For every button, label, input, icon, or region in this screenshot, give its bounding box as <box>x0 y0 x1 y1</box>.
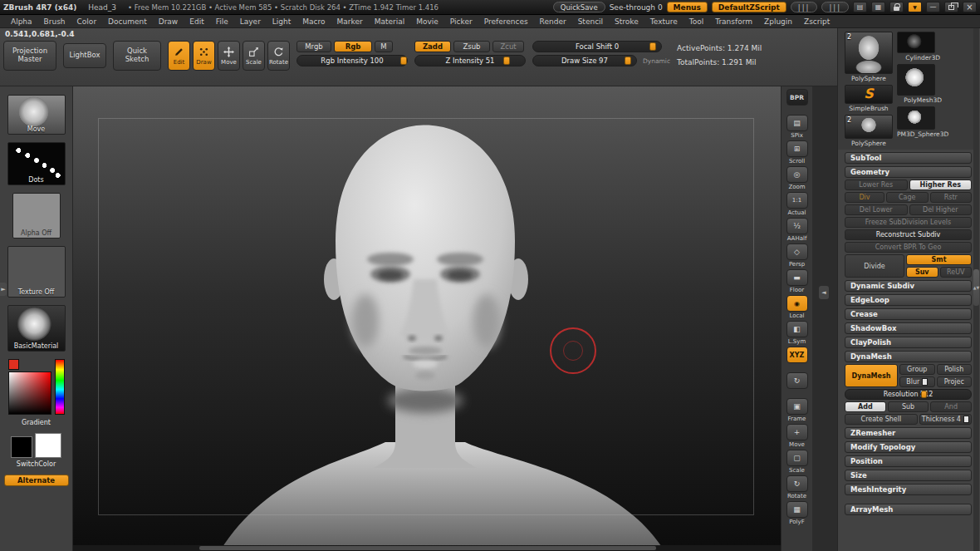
move-view-button[interactable]: + Move <box>786 424 808 448</box>
menu-item[interactable]: Marker <box>331 17 369 26</box>
smt-button[interactable]: Smt <box>906 254 972 265</box>
scale-view-button[interactable]: ▢ Scale <box>786 450 808 474</box>
dynamesh-button[interactable]: DynaMesh <box>845 364 898 387</box>
suv-button[interactable]: Suv <box>906 267 938 278</box>
scroll-button[interactable]: ⊞ Scroll <box>786 140 808 165</box>
menu-item[interactable]: Color <box>71 17 103 26</box>
menu-item[interactable]: Document <box>102 17 153 26</box>
lock-button[interactable] <box>889 2 904 12</box>
del-higher-button[interactable]: Del Higher <box>909 204 973 215</box>
polyframe-button[interactable]: ▦ PolyF <box>786 501 808 525</box>
m-button[interactable]: M <box>375 41 393 52</box>
rotate-mode-button[interactable]: Rotate <box>267 41 290 71</box>
create-shell-button[interactable]: Create Shell <box>845 414 918 425</box>
zadd-button[interactable]: Zadd <box>414 41 451 52</box>
color-picker[interactable] <box>7 359 66 417</box>
dock-bars-icon[interactable]: ||| <box>791 2 818 12</box>
see-through-slider[interactable]: See-through 0 <box>610 3 663 12</box>
collapse-button[interactable]: ▼ <box>908 2 922 12</box>
gyro-button[interactable]: ↻ <box>786 372 808 396</box>
pm3d-sphere3d-thumbnail[interactable] <box>897 106 935 130</box>
modify-topology-header[interactable]: Modify Topology <box>845 441 972 453</box>
mrgb-button[interactable]: Mrgb <box>296 41 331 52</box>
polish-button[interactable]: Polish <box>937 364 973 375</box>
thickness-slider[interactable]: Thickness 4 <box>919 414 972 425</box>
menu-item[interactable]: Zplugin <box>758 17 798 26</box>
primary-color-swatch[interactable] <box>35 433 61 458</box>
polymesh3d-thumbnail[interactable] <box>897 64 935 96</box>
xyz-button[interactable]: XYZ <box>786 347 808 371</box>
hue-strip[interactable] <box>55 359 65 415</box>
restore-button[interactable] <box>944 2 958 12</box>
close-button[interactable]: × <box>963 2 977 12</box>
meshintegrity-header[interactable]: MeshIntegrity <box>845 484 972 495</box>
convert-bpr-button[interactable]: Convert BPR To Geo <box>845 242 972 253</box>
menu-item[interactable]: Movie <box>410 17 444 26</box>
menu-item[interactable]: Texture <box>644 17 684 26</box>
shadowbox-header[interactable]: ShadowBox <box>845 322 972 334</box>
geometry-header[interactable]: Geometry <box>845 166 972 178</box>
freeze-subdivision-button[interactable]: Freeze SubDivision Levels <box>845 217 972 228</box>
minimize-button[interactable]: — <box>926 2 940 12</box>
add-button[interactable]: Add <box>845 401 886 412</box>
group-button[interactable]: Group <box>899 364 935 375</box>
menu-item[interactable]: Zscript <box>798 17 835 26</box>
crease-header[interactable]: Crease <box>845 308 972 320</box>
reconstruct-subdiv-button[interactable]: Reconstruct Subdiv <box>845 229 972 240</box>
and-button[interactable]: And <box>930 401 972 412</box>
alpha-selector[interactable]: Alpha Off <box>12 193 61 239</box>
local-button[interactable]: ◉ Local <box>786 295 808 319</box>
menus-button[interactable]: Menus <box>667 2 708 12</box>
draw-mode-button[interactable]: Draw <box>193 41 215 71</box>
edit-mode-button[interactable]: Edit <box>168 41 190 71</box>
menu-item[interactable]: Picker <box>444 17 478 26</box>
menu-item[interactable]: Stencil <box>572 17 609 26</box>
project-button[interactable]: Projec <box>937 376 973 387</box>
projection-master-button[interactable]: Projection Master <box>3 41 56 71</box>
lower-res-button[interactable]: Lower Res <box>845 180 908 190</box>
alternate-button[interactable]: Alternate <box>4 475 69 486</box>
menu-item[interactable]: Brush <box>38 17 71 26</box>
zcut-button[interactable]: Zcut <box>492 41 524 52</box>
canvas-hscrollbar-handle[interactable] <box>199 546 656 550</box>
rstr-button[interactable]: Rstr <box>930 192 973 203</box>
sdiv-slider[interactable]: Div <box>845 192 884 203</box>
menu-item[interactable]: Draw <box>153 17 184 26</box>
resolution-slider[interactable]: Resolution 512 <box>845 389 972 400</box>
stroke-selector[interactable]: Dots <box>7 142 66 185</box>
simplebrush-thumbnail[interactable]: S <box>845 85 893 105</box>
claypolish-header[interactable]: ClayPolish <box>845 337 972 348</box>
z-intensity-slider[interactable]: Z Intensity 51 <box>414 55 526 66</box>
quick-sketch-button[interactable]: Quick Sketch <box>113 41 161 71</box>
actual-button[interactable]: 1:1 Actual <box>786 192 808 216</box>
current-color-swatch[interactable] <box>8 359 19 370</box>
bpr-button[interactable]: BPR <box>786 89 808 113</box>
blur-slider[interactable]: Blur <box>899 376 935 387</box>
persp-button[interactable]: ◇ Persp <box>786 244 808 268</box>
scale-mode-button[interactable]: Scale <box>243 41 265 71</box>
dynamesh-header[interactable]: DynaMesh <box>845 351 972 362</box>
panel-scrollbar-track[interactable]: ▲▼ <box>973 28 979 551</box>
menu-item[interactable]: Stroke <box>609 17 644 26</box>
polysphere-thumbnail[interactable]: 2 <box>845 115 893 139</box>
sub-button[interactable]: Sub <box>888 401 929 412</box>
menu-item[interactable]: Render <box>534 17 572 26</box>
subtool-header[interactable]: SubTool <box>845 152 972 164</box>
dynamic-subdiv-header[interactable]: Dynamic Subdiv <box>845 280 972 292</box>
dock-bars-icon[interactable]: ||| <box>821 2 849 12</box>
lightbox-button[interactable]: LightBox <box>63 43 106 68</box>
divide-button[interactable]: Divide <box>845 254 904 278</box>
rotate-view-button[interactable]: ↻ Rotate <box>786 475 808 499</box>
menu-item[interactable]: Macro <box>296 17 331 26</box>
right-tray-divider-arrow[interactable]: ◄ <box>819 286 829 299</box>
quicksave-button[interactable]: QuickSave <box>553 2 605 12</box>
zremesher-header[interactable]: ZRemesher <box>845 427 972 439</box>
rgb-button[interactable]: Rgb <box>334 41 372 52</box>
floor-button[interactable]: ▬ Floor <box>786 269 808 293</box>
menu-item[interactable]: Tool <box>684 17 709 26</box>
higher-res-button[interactable]: Higher Res <box>909 180 973 190</box>
texture-selector[interactable]: Texture Off <box>7 246 66 298</box>
menu-item[interactable]: Alpha <box>5 17 38 26</box>
reuv-button[interactable]: ReUV <box>940 267 973 278</box>
layout-grid-icon[interactable]: ▦ <box>871 2 885 12</box>
